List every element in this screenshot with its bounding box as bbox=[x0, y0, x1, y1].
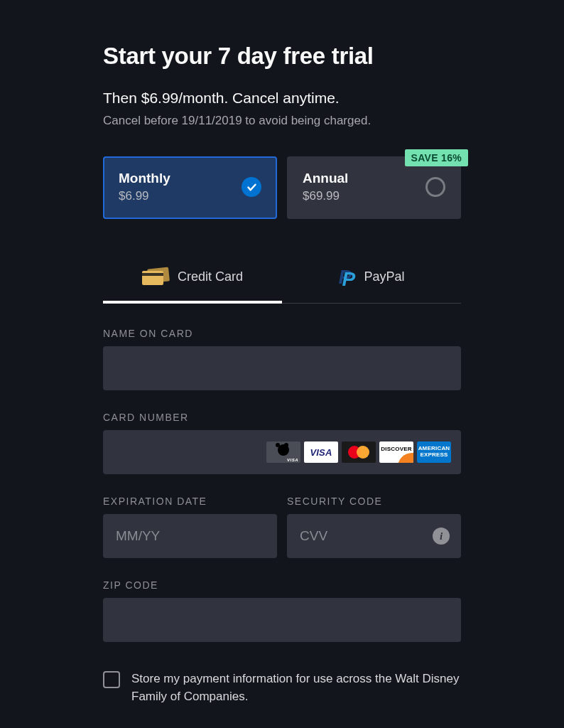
save-badge: SAVE 16% bbox=[405, 149, 468, 166]
label-name-on-card: NAME ON CARD bbox=[103, 328, 461, 339]
disney-visa-logo: VISA bbox=[266, 441, 300, 463]
visa-logo: VISA bbox=[304, 441, 338, 463]
page-title: Start your 7 day free trial bbox=[103, 43, 461, 70]
tab-credit-card[interactable]: Credit Card bbox=[103, 253, 282, 303]
price-subtitle: Then $6.99/month. Cancel anytime. bbox=[103, 90, 461, 107]
tab-paypal-label: PayPal bbox=[364, 269, 404, 284]
expiration-input[interactable] bbox=[103, 514, 277, 558]
name-on-card-input[interactable] bbox=[103, 346, 461, 390]
radio-unchecked-icon bbox=[425, 177, 445, 197]
discover-logo: DISCOVER bbox=[379, 441, 413, 463]
cancellation-note: Cancel before 19/11/2019 to avoid being … bbox=[103, 114, 461, 128]
tab-paypal[interactable]: P P PayPal bbox=[282, 253, 461, 303]
plan-annual-name: Annual bbox=[303, 171, 348, 186]
plan-annual[interactable]: SAVE 16% Annual $69.99 bbox=[287, 156, 461, 219]
tab-credit-card-label: Credit Card bbox=[178, 269, 243, 284]
plan-monthly-price: $6.99 bbox=[119, 189, 170, 203]
store-payment-label: Store my payment information for use acr… bbox=[131, 670, 461, 705]
label-card-number: CARD NUMBER bbox=[103, 412, 461, 423]
store-payment-checkbox[interactable] bbox=[103, 671, 120, 688]
label-zip-code: ZIP CODE bbox=[103, 579, 461, 591]
label-security-code: SECURITY CODE bbox=[287, 496, 461, 507]
plan-monthly-name: Monthly bbox=[119, 171, 170, 186]
label-expiration: EXPIRATION DATE bbox=[103, 496, 277, 507]
plan-monthly[interactable]: Monthly $6.99 bbox=[103, 156, 277, 219]
mastercard-logo bbox=[342, 441, 376, 463]
plan-annual-price: $69.99 bbox=[303, 189, 348, 203]
cvv-info-icon[interactable]: i bbox=[433, 528, 450, 545]
radio-checked-icon bbox=[242, 177, 261, 197]
card-brand-logos: VISA VISA DISCOVER AMERICAN EXPRESS bbox=[266, 441, 451, 463]
amex-logo: AMERICAN EXPRESS bbox=[417, 441, 451, 463]
zip-code-input[interactable] bbox=[103, 598, 461, 642]
paypal-icon: P P bbox=[338, 267, 355, 286]
credit-card-icon bbox=[142, 268, 169, 285]
